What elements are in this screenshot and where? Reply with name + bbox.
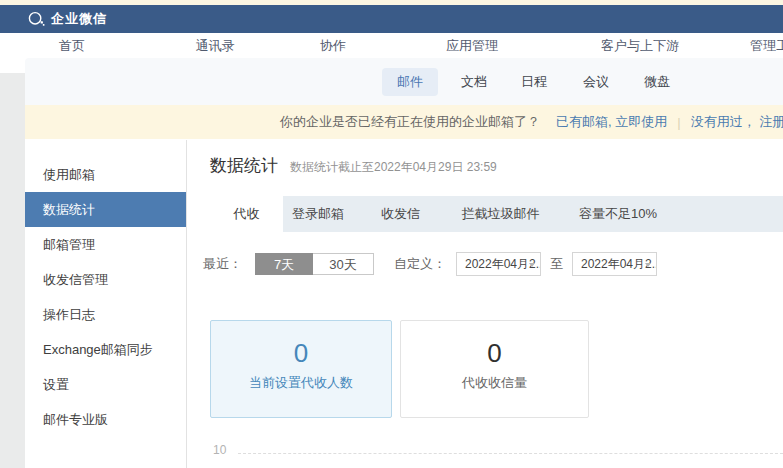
topnav-home[interactable]: 首页 xyxy=(59,33,85,58)
app-screen: 企业微信 首页 通讯录 协作 应用管理 客户与上下游 管理工具 邮件 文档 日程… xyxy=(0,0,783,468)
mailbox-notice-banner: 你的企业是否已经有正在使用的企业邮箱了？ 已有邮箱, 立即使用 | 没有用过， … xyxy=(25,105,783,139)
chart-gridline xyxy=(238,453,783,454)
stat-card-proxy-received[interactable]: 0 代收收信量 xyxy=(400,320,589,418)
sidebar-item-mail-pro[interactable]: 邮件专业版 xyxy=(25,402,186,437)
tab-proxy-receive[interactable]: 代收 xyxy=(210,196,283,232)
stats-tabbar: 代收 登录邮箱 收发信 拦截垃圾邮件 容量不足10% xyxy=(210,196,783,232)
sidebar-item-settings[interactable]: 设置 xyxy=(25,367,186,402)
range-7days-button[interactable]: 7天 xyxy=(255,253,313,275)
recent-label: 最近： xyxy=(203,255,242,273)
date-end-value: 2022年04月2... xyxy=(573,256,656,273)
title-row: 数据统计 数据统计截止至2022年04月29日 23:59 xyxy=(210,154,497,177)
chevron-down-icon xyxy=(529,263,535,267)
banner-question: 你的企业是否已经有正在使用的企业邮箱了？ xyxy=(280,113,540,131)
sidebar-item-sendrecv-mgmt[interactable]: 收发信管理 xyxy=(25,262,186,297)
range-30days-button[interactable]: 30天 xyxy=(313,253,374,275)
sidebar-item-use-mailbox[interactable]: 使用邮箱 xyxy=(25,157,186,192)
stat-label: 当前设置代收人数 xyxy=(211,374,391,392)
tab-login-mailbox[interactable]: 登录邮箱 xyxy=(283,196,353,232)
topnav-customers[interactable]: 客户与上下游 xyxy=(601,33,679,58)
banner-separator: | xyxy=(677,115,680,130)
chevron-down-icon xyxy=(645,263,651,267)
tab-spam-intercepted[interactable]: 拦截垃圾邮件 xyxy=(448,196,553,232)
collab-sub-nav: 邮件 文档 日程 会议 微盘 xyxy=(25,58,783,105)
main-content: 数据统计 数据统计截止至2022年04月29日 23:59 代收 登录邮箱 收发… xyxy=(187,140,783,468)
stat-value: 0 xyxy=(401,338,588,368)
topnav-contacts[interactable]: 通讯录 xyxy=(196,33,235,58)
wechat-work-logo-icon xyxy=(27,11,45,27)
tab-capacity-low[interactable]: 容量不足10% xyxy=(553,196,683,232)
mail-admin-sidebar: 使用邮箱 数据统计 邮箱管理 收发信管理 操作日志 Exchange邮箱同步 设… xyxy=(25,140,187,468)
page-title: 数据统计 xyxy=(210,154,278,177)
subnav-mail-active[interactable]: 邮件 xyxy=(382,68,438,96)
left-gutter xyxy=(0,73,25,468)
date-start-select[interactable]: 2022年04月2... xyxy=(456,252,541,276)
sidebar-item-operation-log[interactable]: 操作日志 xyxy=(25,297,186,332)
top-nav: 首页 通讯录 协作 应用管理 客户与上下游 管理工具 xyxy=(0,33,783,58)
topnav-apps[interactable]: 应用管理 xyxy=(446,33,498,58)
sidebar-item-data-statistics[interactable]: 数据统计 xyxy=(25,192,186,227)
page-subtitle: 数据统计截止至2022年04月29日 23:59 xyxy=(290,159,497,176)
chart-y-axis-tick: 10 xyxy=(213,443,226,457)
brand-name: 企业微信 xyxy=(51,10,107,28)
stat-card-proxy-users[interactable]: 0 当前设置代收人数 xyxy=(210,320,392,418)
stat-value: 0 xyxy=(211,338,391,368)
subnav-calendar[interactable]: 日程 xyxy=(521,68,547,96)
sidebar-item-mailbox-mgmt[interactable]: 邮箱管理 xyxy=(25,227,186,262)
sidebar-item-exchange-sync[interactable]: Exchange邮箱同步 xyxy=(25,332,186,367)
app-header: 企业微信 xyxy=(0,5,783,33)
to-label: 至 xyxy=(550,255,563,273)
topnav-tools[interactable]: 管理工具 xyxy=(750,33,783,58)
subnav-drive[interactable]: 微盘 xyxy=(644,68,670,96)
custom-label: 自定义： xyxy=(394,255,446,273)
filter-row: 最近： 7天 30天 自定义： 2022年04月2... 至 2022年04月2… xyxy=(203,251,657,277)
date-start-value: 2022年04月2... xyxy=(457,256,540,273)
banner-link-register-domain[interactable]: 没有用过， 注册正式域名 xyxy=(691,113,783,131)
subnav-meeting[interactable]: 会议 xyxy=(583,68,609,96)
topnav-collab[interactable]: 协作 xyxy=(320,33,346,58)
stat-label: 代收收信量 xyxy=(401,374,588,392)
tab-send-receive[interactable]: 收发信 xyxy=(353,196,448,232)
date-end-select[interactable]: 2022年04月2... xyxy=(572,252,657,276)
subnav-docs[interactable]: 文档 xyxy=(461,68,487,96)
brand-link[interactable]: 企业微信 xyxy=(27,10,107,28)
banner-link-use-existing[interactable]: 已有邮箱, 立即使用 xyxy=(556,113,667,131)
